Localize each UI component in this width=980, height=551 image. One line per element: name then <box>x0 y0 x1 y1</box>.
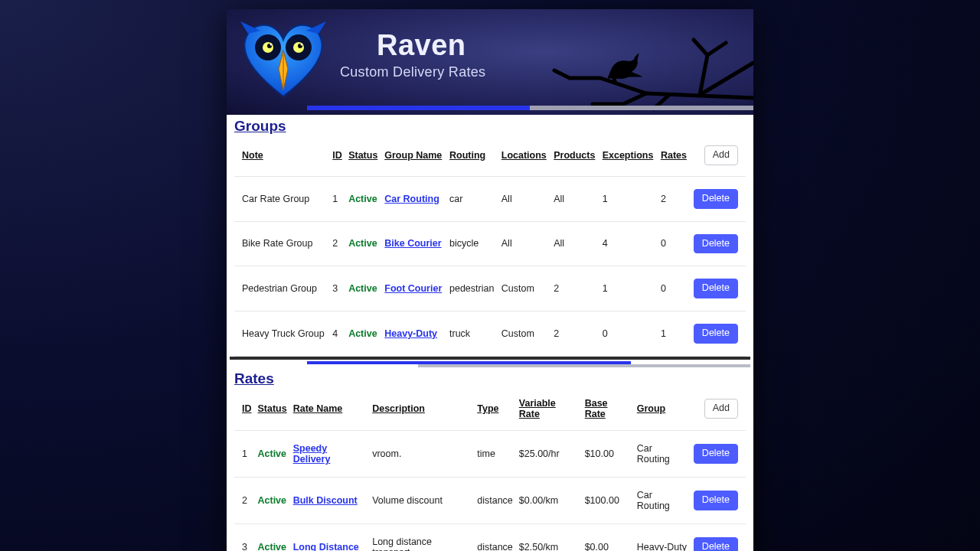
cell-products: 2 <box>550 266 599 311</box>
rate-name-link[interactable]: Long Distance <box>293 542 359 551</box>
cell-id: 3 <box>234 523 255 551</box>
cell-exceptions: 4 <box>599 221 658 266</box>
col-id: ID <box>329 138 345 176</box>
col-status: Status <box>255 390 290 431</box>
col-group: Group <box>634 390 691 431</box>
cell-group: Heavy-Duty <box>634 523 691 551</box>
table-row: Bike Rate Group2ActiveBike Courierbicycl… <box>234 221 746 266</box>
group-name-link[interactable]: Bike Courier <box>384 238 441 249</box>
delete-rate-button[interactable]: Delete <box>694 537 738 551</box>
cell-id: 3 <box>329 266 345 311</box>
svg-point-6 <box>270 44 273 46</box>
table-row: 1ActiveSpeedy Deliveryvroom.time$25.00/h… <box>234 430 746 477</box>
cell-routing: truck <box>446 311 498 357</box>
cell-group: Car Routing <box>634 430 691 477</box>
groups-table: Note ID Status Group Name Routing Locati… <box>234 138 746 357</box>
table-row: 2ActiveBulk DiscountVolume discountdista… <box>234 477 746 523</box>
cell-routing: pedestrian <box>446 266 498 311</box>
cell-products: 2 <box>550 311 599 357</box>
rates-title: Rates <box>234 367 746 390</box>
cell-products: All <box>550 221 599 266</box>
cell-products: All <box>550 176 599 221</box>
cell-description: Long distance transport <box>369 523 474 551</box>
cell-status: Active <box>345 311 381 357</box>
cell-type: distance <box>474 523 516 551</box>
delete-rate-button[interactable]: Delete <box>694 444 738 464</box>
delete-group-button[interactable]: Delete <box>694 234 738 254</box>
groups-title: Groups <box>234 115 746 138</box>
cell-status: Active <box>345 221 381 266</box>
cell-rates: 0 <box>658 221 691 266</box>
cell-exceptions: 0 <box>599 311 658 357</box>
cell-rates: 2 <box>658 176 691 221</box>
section-separator <box>227 357 753 367</box>
group-name-link[interactable]: Foot Courier <box>384 283 442 294</box>
banner: Raven Custom Delivery Rates <box>227 9 753 115</box>
delete-group-button[interactable]: Delete <box>694 279 738 298</box>
col-group-name: Group Name <box>381 138 446 176</box>
cell-note: Bike Rate Group <box>234 221 329 266</box>
cell-base-rate: $10.00 <box>582 430 634 477</box>
cell-note: Heavy Truck Group <box>234 311 329 357</box>
cell-status: Active <box>345 266 381 311</box>
col-note: Note <box>234 138 329 176</box>
group-name-link[interactable]: Car Routing <box>384 194 439 204</box>
add-rate-button[interactable]: Add <box>704 399 738 419</box>
svg-point-7 <box>301 44 303 46</box>
cell-status: Active <box>345 176 381 221</box>
app-panel: Raven Custom Delivery Rates Groups Note <box>227 9 753 551</box>
add-group-button[interactable]: Add <box>704 145 738 165</box>
cell-description: Volume discount <box>369 477 474 523</box>
cell-group: Car Routing <box>634 477 691 523</box>
brand-subtitle: Custom Delivery Rates <box>340 64 485 80</box>
col-id: ID <box>234 390 255 431</box>
cell-routing: bicycle <box>446 221 498 266</box>
delete-group-button[interactable]: Delete <box>694 189 738 209</box>
cell-variable-rate: $25.00/hr <box>516 430 582 477</box>
cell-rates: 0 <box>658 266 691 311</box>
cell-note: Pedestrian Group <box>234 266 329 311</box>
cell-rates: 1 <box>658 311 691 357</box>
delete-rate-button[interactable]: Delete <box>694 491 738 510</box>
col-routing: Routing <box>446 138 498 176</box>
delete-group-button[interactable]: Delete <box>694 324 738 344</box>
brand-title: Raven <box>377 29 466 62</box>
rate-name-link[interactable]: Speedy Delivery <box>293 443 331 465</box>
cell-base-rate: $0.00 <box>582 523 634 551</box>
col-products: Products <box>550 138 599 176</box>
crow-branches-icon <box>508 24 753 115</box>
cell-id: 2 <box>329 221 345 266</box>
cell-exceptions: 1 <box>599 266 658 311</box>
rate-name-link[interactable]: Bulk Discount <box>293 495 358 506</box>
col-rates: Rates <box>658 138 691 176</box>
cell-variable-rate: $0.00/km <box>516 477 582 523</box>
rates-table: ID Status Rate Name Description Type Var… <box>234 390 746 551</box>
col-status: Status <box>345 138 381 176</box>
table-row: Pedestrian Group3ActiveFoot Courierpedes… <box>234 266 746 311</box>
cell-id: 1 <box>329 176 345 221</box>
cell-base-rate: $100.00 <box>582 477 634 523</box>
cell-exceptions: 1 <box>599 176 658 221</box>
cell-variable-rate: $2.50/km <box>516 523 582 551</box>
col-exceptions: Exceptions <box>599 138 658 176</box>
logo-owl-heart-icon <box>234 17 332 101</box>
cell-id: 1 <box>234 430 255 477</box>
cell-routing: car <box>446 176 498 221</box>
cell-locations: All <box>498 176 550 221</box>
cell-type: distance <box>474 477 516 523</box>
cell-note: Car Rate Group <box>234 176 329 221</box>
table-row: 3ActiveLong DistanceLong distance transp… <box>234 523 746 551</box>
cell-status: Active <box>255 477 290 523</box>
group-name-link[interactable]: Heavy-Duty <box>384 328 437 339</box>
table-row: Heavy Truck Group4ActiveHeavy-DutytruckC… <box>234 311 746 357</box>
cell-status: Active <box>255 430 290 477</box>
cell-locations: Custom <box>498 311 550 357</box>
cell-locations: Custom <box>498 266 550 311</box>
cell-status: Active <box>255 523 290 551</box>
col-description: Description <box>369 390 474 431</box>
cell-type: time <box>474 430 516 477</box>
cell-id: 2 <box>234 477 255 523</box>
col-rate-name: Rate Name <box>290 390 369 431</box>
cell-id: 4 <box>329 311 345 357</box>
col-variable-rate: Variable Rate <box>516 390 582 431</box>
